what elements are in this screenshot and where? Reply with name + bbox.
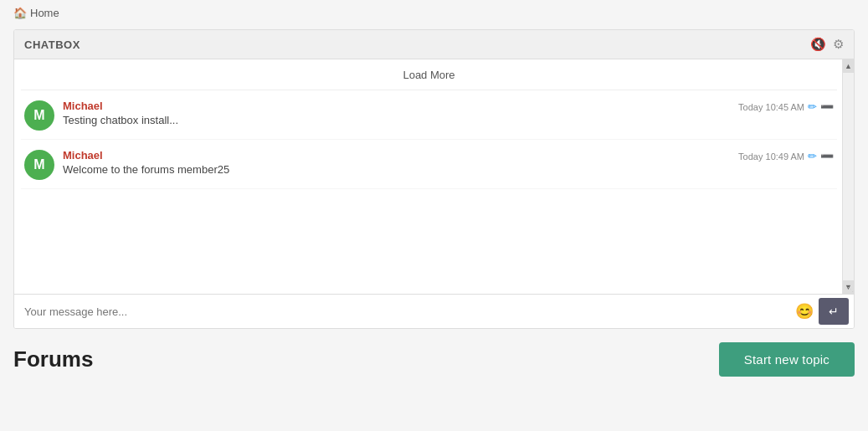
message-username[interactable]: Michael: [63, 149, 103, 162]
table-row: M Michael Testing chatbox install... Tod…: [21, 90, 837, 140]
forums-footer: Forums Start new topic: [0, 329, 868, 383]
message-time: Today 10:49 AM: [738, 151, 804, 162]
forums-title: Forums: [13, 346, 93, 372]
message-text: Testing chatbox install...: [63, 114, 834, 126]
delete-icon[interactable]: ➖: [820, 150, 834, 162]
table-row: M Michael Welcome to the forums member25…: [21, 140, 837, 189]
resize-handle[interactable]: ⋱: [845, 285, 854, 294]
message-meta: Today 10:45 AM ✏ ➖: [738, 100, 834, 113]
message-input[interactable]: [19, 302, 790, 321]
start-new-topic-button[interactable]: Start new topic: [719, 342, 855, 377]
edit-icon[interactable]: ✏: [808, 100, 817, 113]
chatbox-header-icons: 🔇 ⚙: [810, 37, 844, 52]
chatbox-header: CHATBOX 🔇 ⚙: [14, 30, 854, 59]
home-icon: 🏠: [13, 7, 27, 19]
avatar: M: [24, 150, 54, 180]
scrollbar-up[interactable]: ▲: [843, 59, 855, 73]
message-meta: Today 10:49 AM ✏ ➖: [738, 150, 834, 162]
avatar: M: [24, 100, 54, 131]
delete-icon[interactable]: ➖: [820, 100, 834, 113]
load-more-link[interactable]: Load More: [403, 69, 455, 81]
settings-icon[interactable]: ⚙: [833, 37, 844, 52]
message-content: Michael Testing chatbox install...: [63, 99, 834, 126]
breadcrumb: 🏠 Home: [0, 0, 868, 26]
message-time: Today 10:45 AM: [738, 102, 804, 112]
message-content: Michael Welcome to the forums member25: [63, 148, 834, 176]
sound-icon[interactable]: 🔇: [810, 37, 826, 52]
load-more-row: Load More: [21, 59, 837, 90]
scrollbar[interactable]: ▲ ▼: [842, 59, 854, 294]
message-username[interactable]: Michael: [63, 100, 103, 112]
send-button[interactable]: ↵: [819, 298, 849, 325]
chatbox-messages[interactable]: Load More M Michael Testing chatbox inst…: [14, 59, 854, 294]
chatbox-container: CHATBOX 🔇 ⚙ Load More M Michael Testing …: [13, 29, 855, 329]
chatbox-messages-wrapper: Load More M Michael Testing chatbox inst…: [14, 59, 854, 294]
chatbox-title: CHATBOX: [24, 38, 80, 51]
message-text: Welcome to the forums member25: [63, 163, 834, 176]
emoji-button[interactable]: 😊: [790, 300, 819, 322]
scrollbar-track: [843, 73, 854, 280]
home-link[interactable]: Home: [30, 7, 59, 19]
chatbox-input-row: 😊 ↵: [14, 294, 854, 328]
edit-icon[interactable]: ✏: [808, 150, 817, 162]
